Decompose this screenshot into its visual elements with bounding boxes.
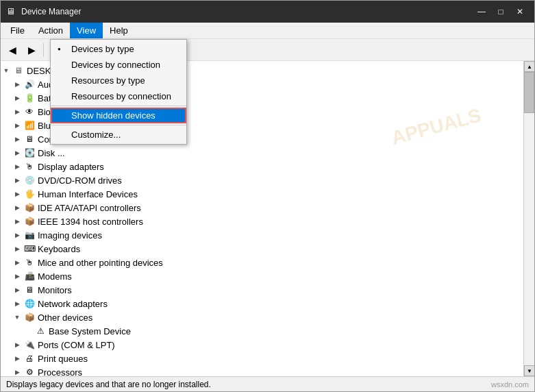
expand-batteries[interactable]: ▶ <box>12 93 23 103</box>
tree-item-mice[interactable]: ▶ 🖱 Mice and other pointing devices <box>1 256 523 269</box>
expand-network[interactable]: ▶ <box>12 298 23 309</box>
menu-item-customize[interactable]: Customize... <box>51 127 186 143</box>
menu-file[interactable]: File <box>3 23 32 38</box>
modem-icon: 📠 <box>24 271 35 282</box>
network-icon: 🌐 <box>24 298 35 309</box>
title-bar: 🖥 Device Manager — □ ✕ <box>1 1 534 23</box>
display-icon: 🖱 <box>24 161 35 172</box>
imaging-label: Imaging devices <box>36 230 102 241</box>
computer-icon: 🖥 <box>13 65 24 76</box>
vertical-scrollbar[interactable]: ▲ ▼ <box>523 61 534 376</box>
scrollbar-thumb[interactable] <box>524 72 534 113</box>
mouse-icon: 🖱 <box>24 257 35 268</box>
toolbar-forward[interactable]: ▶ <box>23 41 40 59</box>
menu-item-devices-by-type[interactable]: Devices by type <box>51 41 186 57</box>
toolbar-back[interactable]: ◀ <box>3 41 21 59</box>
title-bar-controls: — □ ✕ <box>473 5 529 19</box>
modems-label: Modems <box>36 271 72 282</box>
tree-item-base-system[interactable]: ▶ ⚠ Base System Device <box>1 324 523 338</box>
keyboards-label: Keyboards <box>36 244 80 254</box>
maximize-button[interactable]: □ <box>492 5 510 19</box>
ide-icon: 📦 <box>24 202 35 213</box>
dvd-icon: 💿 <box>24 175 35 186</box>
tree-item-disk[interactable]: ▶ 💽 Disk ... <box>1 146 523 160</box>
tree-item-ports[interactable]: ▶ 🔌 Ports (COM & LPT) <box>1 338 523 352</box>
menu-action[interactable]: Action <box>32 23 70 38</box>
expand-biometric[interactable]: ▶ <box>12 106 23 117</box>
tree-item-print[interactable]: ▶ 🖨 Print queues <box>1 352 523 365</box>
ports-label: Ports (COM & LPT) <box>36 340 115 350</box>
tree-item-ieee[interactable]: ▶ 📦 IEEE 1394 host controllers <box>1 215 523 228</box>
bluetooth-icon: 📶 <box>24 120 35 131</box>
expand-bluetooth[interactable]: ▶ <box>12 120 23 131</box>
ieee-label: IEEE 1394 host controllers <box>36 217 143 227</box>
monitors-label: Monitors <box>36 285 72 295</box>
expand-processors[interactable]: ▶ <box>12 367 23 376</box>
expand-audio[interactable]: ▶ <box>12 79 23 90</box>
base-system-label: Base System Device <box>47 326 131 336</box>
processors-label: Processors <box>36 367 82 377</box>
hid-icon: 🖐 <box>24 188 35 199</box>
status-bar: Displays legacy devices and that are no … <box>1 376 534 391</box>
biometric-icon: 👁 <box>24 106 35 117</box>
network-label: Network adapters <box>36 299 108 309</box>
expand-imaging[interactable]: ▶ <box>12 230 23 241</box>
tree-item-modems[interactable]: ▶ 📠 Modems <box>1 269 523 283</box>
base-system-icon: ⚠ <box>35 326 46 336</box>
tree-item-dvd[interactable]: ▶ 💿 DVD/CD-ROM drives <box>1 173 523 187</box>
tree-item-monitors[interactable]: ▶ 🖥 Monitors <box>1 283 523 297</box>
disk-icon: 💽 <box>24 147 35 158</box>
expand-monitors[interactable]: ▶ <box>12 284 23 295</box>
tree-item-other[interactable]: ▼ 📦 Other devices <box>1 310 523 324</box>
tree-item-processors[interactable]: ▶ ⚙ Processors <box>1 365 523 376</box>
expand-modems[interactable]: ▶ <box>12 271 23 282</box>
device-manager-window: 🖥 Device Manager — □ ✕ File Action View … <box>0 0 535 392</box>
expand-display[interactable]: ▶ <box>12 161 23 172</box>
scroll-down-button[interactable]: ▼ <box>524 365 534 376</box>
expand-other[interactable]: ▼ <box>12 312 23 323</box>
expand-print[interactable]: ▶ <box>12 353 23 364</box>
expand-ports[interactable]: ▶ <box>12 339 23 350</box>
toolbar-separator <box>43 43 44 57</box>
other-label: Other devices <box>36 313 92 323</box>
window-title: Device Manager <box>21 7 81 16</box>
tree-item-display[interactable]: ▶ 🖱 Display adapters <box>1 160 523 173</box>
disk-label: Disk ... <box>36 148 65 158</box>
minimize-button[interactable]: — <box>473 5 490 19</box>
expand-mice[interactable]: ▶ <box>12 257 23 268</box>
app-icon: 🖥 <box>6 6 17 17</box>
print-label: Print queues <box>36 354 88 364</box>
menu-separator <box>51 106 186 106</box>
menu-view[interactable]: View <box>70 23 103 38</box>
audio-icon: 🔊 <box>24 79 35 90</box>
tree-item-imaging[interactable]: ▶ 📷 Imaging devices <box>1 228 523 242</box>
menu-item-resources-by-type[interactable]: Resources by type <box>51 73 186 88</box>
expand-dvd[interactable]: ▶ <box>12 175 23 186</box>
tree-item-ide[interactable]: ▶ 📦 IDE ATA/ATAPI controllers <box>1 201 523 215</box>
expand-hid[interactable]: ▶ <box>12 188 23 199</box>
close-button[interactable]: ✕ <box>511 5 529 19</box>
menu-help[interactable]: Help <box>103 23 135 38</box>
expand-computer[interactable]: ▶ <box>12 134 23 145</box>
scrollbar-track[interactable] <box>524 72 534 365</box>
expand-root[interactable]: ▼ <box>1 65 12 76</box>
scroll-up-button[interactable]: ▲ <box>524 61 534 72</box>
mice-label: Mice and other pointing devices <box>36 258 163 268</box>
menu-item-show-hidden[interactable]: Show hidden devices <box>51 108 186 123</box>
display-label: Display adapters <box>36 162 104 172</box>
imaging-icon: 📷 <box>24 230 35 241</box>
menu-item-resources-by-connection[interactable]: Resources by connection <box>51 88 186 104</box>
menu-bar: File Action View Help Devices by type De… <box>1 23 534 39</box>
tree-item-network[interactable]: ▶ 🌐 Network adapters <box>1 297 523 310</box>
monitor-icon: 🖥 <box>24 284 35 295</box>
expand-ide[interactable]: ▶ <box>12 202 23 213</box>
computer-small-icon: 🖥 <box>24 134 35 145</box>
expand-disk[interactable]: ▶ <box>12 147 23 158</box>
expand-keyboards[interactable]: ▶ <box>12 243 23 254</box>
menu-item-devices-by-connection[interactable]: Devices by connection <box>51 57 186 73</box>
tree-item-keyboards[interactable]: ▶ ⌨ Keyboards <box>1 242 523 256</box>
tree-item-hid[interactable]: ▶ 🖐 Human Interface Devices <box>1 187 523 201</box>
expand-ieee[interactable]: ▶ <box>12 216 23 227</box>
hid-label: Human Interface Devices <box>36 189 138 199</box>
ports-icon: 🔌 <box>24 339 35 350</box>
